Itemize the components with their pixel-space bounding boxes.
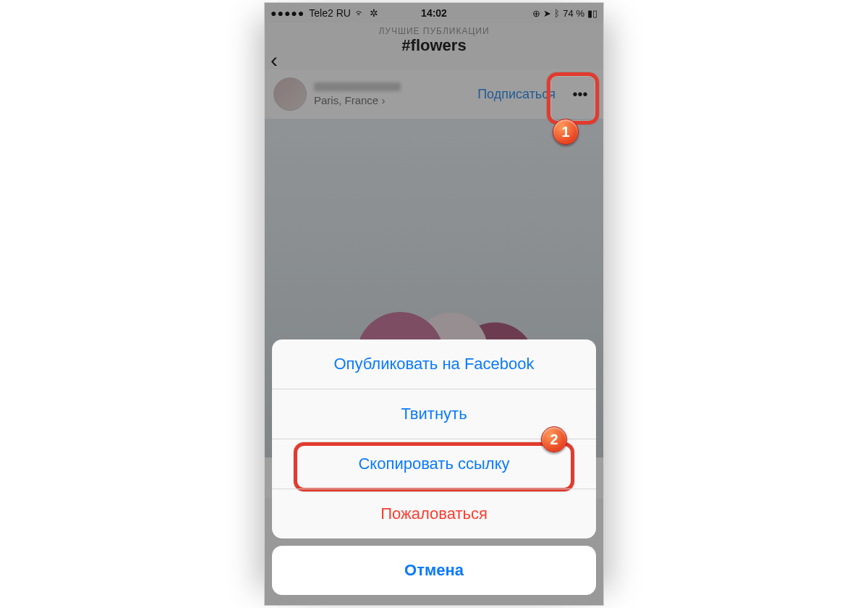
annotation-highlight-more [547,72,599,124]
action-sheet: Опубликовать на Facebook Твитнуть Скопир… [272,339,596,595]
sheet-report[interactable]: Пожаловаться [272,489,596,539]
annotation-badge-1: 1 [553,119,579,145]
sheet-cancel-button[interactable]: Отмена [272,546,596,595]
sheet-share-facebook[interactable]: Опубликовать на Facebook [272,339,596,389]
annotation-highlight-copy-link [294,442,574,491]
phone-frame: ●●●●● Tele2 RU ᯤ ✲ 14:02 ⊕ ➤ ᛒ 74 % ▮▯ ‹… [265,3,603,605]
annotation-badge-2: 2 [541,426,567,452]
action-sheet-group: Опубликовать на Facebook Твитнуть Скопир… [272,339,596,539]
sheet-copy-link[interactable]: Скопировать ссылку 2 [272,439,596,489]
